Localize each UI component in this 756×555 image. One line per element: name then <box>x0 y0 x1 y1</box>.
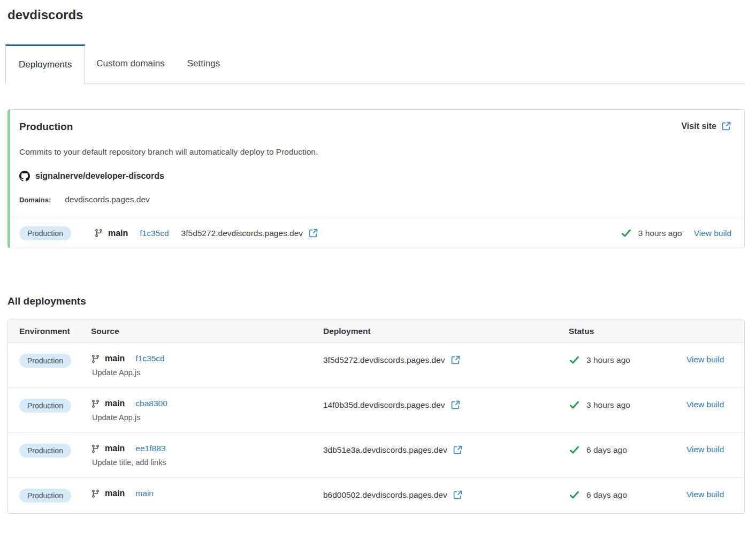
all-deployments-title: All deployments <box>7 295 745 307</box>
commit-message: Update App.js <box>91 413 323 422</box>
check-icon <box>569 354 580 366</box>
visit-site-label: Visit site <box>681 121 716 131</box>
check-icon <box>569 399 580 410</box>
commit-link[interactable]: cba8300 <box>135 399 167 408</box>
table-header-row: Environment Source Deployment Status <box>8 320 744 343</box>
commit-message: Update title, add links <box>91 458 323 467</box>
commit-link[interactable]: ee1f883 <box>135 444 165 453</box>
check-icon <box>569 489 580 500</box>
status-time: 3 hours ago <box>586 355 630 365</box>
column-header-deployment: Deployment <box>323 326 569 336</box>
table-row: Production main main b6d00502.devdiscord… <box>8 477 744 513</box>
check-icon <box>569 444 580 455</box>
view-build-link[interactable]: View build <box>694 229 731 238</box>
github-icon <box>19 171 30 181</box>
column-header-source: Source <box>91 326 323 336</box>
deployment-url: 3f5d5272.devdiscords.pages.dev <box>181 229 303 238</box>
external-link-icon[interactable] <box>453 490 463 500</box>
visit-site-link[interactable]: Visit site <box>681 121 731 131</box>
tab-deployments[interactable]: Deployments <box>5 44 85 84</box>
table-row: Production main cba8300 Update App.js 14… <box>8 387 744 432</box>
domains-label: Domains: <box>19 196 51 204</box>
status-time: 3 hours ago <box>586 400 630 410</box>
pages-project-page: devdiscords Deployments Custom domains S… <box>0 0 756 514</box>
commit-link[interactable]: f1c35cd <box>140 229 169 238</box>
git-branch-icon <box>91 489 100 498</box>
deployment-url: b6d00502.devdiscords.pages.dev <box>323 490 447 500</box>
external-link-icon[interactable] <box>308 228 318 238</box>
environment-badge: Production <box>19 444 71 458</box>
production-card-title: Production <box>19 121 73 133</box>
git-branch-icon <box>91 399 100 408</box>
production-description: Commits to your default repository branc… <box>19 147 731 157</box>
deployments-table: Environment Source Deployment Status Pro… <box>7 320 745 514</box>
deployment-url: 3f5d5272.devdiscords.pages.dev <box>323 355 445 365</box>
domains-value: devdiscords.pages.dev <box>65 195 150 204</box>
branch-name: main <box>105 444 125 453</box>
status-time: 3 hours ago <box>638 229 682 238</box>
tab-custom-domains[interactable]: Custom domains <box>85 44 176 83</box>
commit-link[interactable]: f1c35cd <box>135 354 164 363</box>
status-time: 6 days ago <box>586 490 627 500</box>
production-deployment-row: Production main f1c35cd 3f5d5272.devdisc… <box>10 218 744 248</box>
commit-message: Update App.js <box>91 368 323 377</box>
branch-name: main <box>105 354 125 363</box>
view-build-link[interactable]: View build <box>686 355 724 364</box>
column-header-environment: Environment <box>19 326 91 336</box>
branch-name: main <box>108 229 128 238</box>
environment-badge: Production <box>19 354 71 368</box>
repository-name[interactable]: signalnerve/developer-discords <box>35 171 164 181</box>
view-build-link[interactable]: View build <box>686 400 724 409</box>
external-link-icon <box>721 121 731 131</box>
commit-link[interactable]: main <box>135 489 154 498</box>
branch-name: main <box>105 399 125 408</box>
view-build-link[interactable]: View build <box>686 490 724 499</box>
environment-badge: Production <box>19 226 71 240</box>
column-header-status: Status <box>569 326 686 336</box>
check-icon <box>621 227 632 239</box>
deployment-url: 14f0b35d.devdiscords.pages.dev <box>323 400 445 410</box>
environment-badge: Production <box>19 489 71 503</box>
view-build-link[interactable]: View build <box>686 445 724 454</box>
git-branch-icon <box>94 229 103 238</box>
environment-badge: Production <box>19 399 71 413</box>
production-card: Production Visit site Commits to your de… <box>7 109 745 248</box>
tab-bar: Deployments Custom domains Settings <box>7 44 745 83</box>
external-link-icon[interactable] <box>450 400 461 410</box>
table-row: Production main ee1f883 Update title, ad… <box>8 432 744 477</box>
status-time: 6 days ago <box>586 445 627 455</box>
git-branch-icon <box>91 354 100 363</box>
external-link-icon[interactable] <box>450 355 461 365</box>
page-title: devdiscords <box>7 7 745 22</box>
git-branch-icon <box>91 444 100 453</box>
deployment-url: 3db51e3a.devdiscords.pages.dev <box>323 445 447 455</box>
tab-settings[interactable]: Settings <box>176 44 231 83</box>
external-link-icon[interactable] <box>453 445 463 455</box>
table-row: Production main f1c35cd Update App.js 3f… <box>8 343 744 387</box>
branch-name: main <box>105 489 125 498</box>
